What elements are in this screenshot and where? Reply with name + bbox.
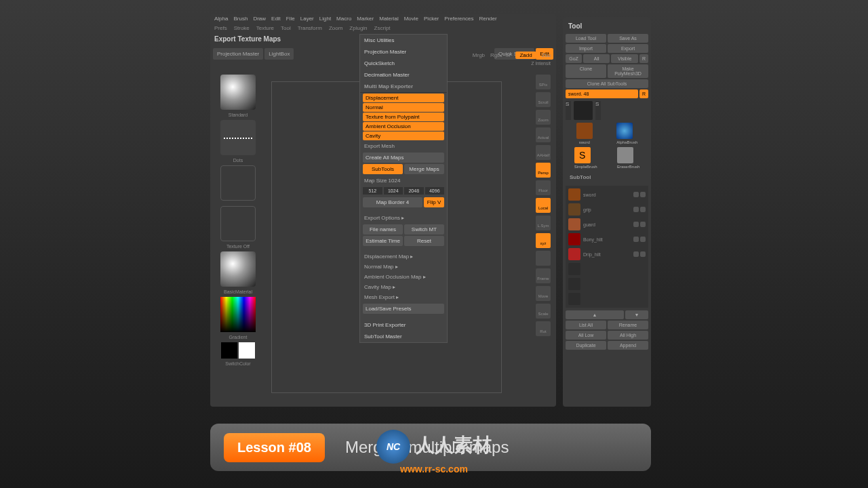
texture-polypaint-toggle[interactable]: Texture from Polypaint xyxy=(363,113,444,121)
subtool-vis-icon[interactable] xyxy=(633,222,639,227)
clone-button[interactable]: Clone xyxy=(566,64,606,78)
goz-r-button[interactable]: R xyxy=(639,54,648,63)
decimation-master-item[interactable]: Decimation Master xyxy=(360,69,447,81)
submenu-item[interactable]: Tool xyxy=(281,25,291,31)
subtool-eye-icon[interactable] xyxy=(640,222,646,227)
menu-item[interactable]: Edit xyxy=(271,16,281,22)
submenu-zplugin[interactable]: Zplugin xyxy=(349,25,367,31)
reset-button[interactable]: Reset xyxy=(404,236,444,246)
ao-toggle[interactable]: Ambient Occlusion xyxy=(363,122,444,131)
zadd-toggle[interactable]: Zadd xyxy=(515,52,536,59)
list-all-button[interactable]: List All xyxy=(566,321,606,329)
scale-icon[interactable]: Scale xyxy=(536,304,551,319)
actual-icon[interactable]: Actual xyxy=(536,127,551,142)
import-button[interactable]: Import xyxy=(566,44,606,53)
xyz-icon[interactable]: xyz xyxy=(536,233,551,248)
tool-item-alphabrush-icon[interactable] xyxy=(616,123,633,139)
projection-master-button[interactable]: Projection Master xyxy=(213,48,263,60)
subtool-vis-icon[interactable] xyxy=(633,237,639,242)
size-512[interactable]: 512 xyxy=(363,187,382,195)
normal-map-section[interactable]: Normal Map ▸ xyxy=(360,262,447,272)
local-icon[interactable]: Local xyxy=(536,198,551,213)
spix-icon[interactable]: SPix xyxy=(536,75,551,89)
duplicate-button[interactable]: Duplicate xyxy=(566,341,606,350)
displacement-toggle[interactable]: Displacement xyxy=(363,94,444,102)
subtool-master[interactable]: SubTool Master xyxy=(360,331,447,342)
tool-name-field[interactable]: sword. 48 xyxy=(566,89,638,98)
all-low-button[interactable]: All Low xyxy=(566,331,606,340)
tool-slider-s2[interactable]: S xyxy=(595,101,601,120)
arrow-up-button[interactable]: ▲ xyxy=(566,310,624,319)
flipv-toggle[interactable]: Flip V xyxy=(424,197,444,207)
zoom-icon[interactable]: Zoom xyxy=(536,110,551,125)
switchmt-button[interactable]: Switch MT xyxy=(404,224,444,235)
swatch-white[interactable] xyxy=(239,342,255,359)
map-border-slider[interactable]: Map Border 4 xyxy=(363,197,422,207)
color-picker[interactable] xyxy=(220,297,256,332)
size-4096[interactable]: 4096 xyxy=(425,187,445,195)
menu-item[interactable]: Marker xyxy=(357,16,374,22)
frame-icon[interactable]: Frame xyxy=(536,268,551,283)
subtool-vis-icon[interactable] xyxy=(633,192,639,197)
subtool-eye-icon[interactable] xyxy=(640,251,646,257)
rename-button[interactable]: Rename xyxy=(608,321,648,329)
subtool-row[interactable]: grip xyxy=(567,202,647,217)
stroke-thumb[interactable] xyxy=(220,120,256,155)
export-button[interactable]: Export xyxy=(608,44,648,53)
menu-item[interactable]: Draw xyxy=(253,16,266,22)
submenu-item[interactable]: Zoom xyxy=(329,25,342,31)
texture-thumb[interactable] xyxy=(220,206,256,241)
submenu-item[interactable]: Stroke xyxy=(234,25,250,31)
mapsize-label[interactable]: Map Size 1024 xyxy=(360,176,447,186)
tool-slider-s1[interactable]: S xyxy=(566,101,571,120)
all-high-button[interactable]: All High xyxy=(608,331,648,340)
normal-toggle[interactable]: Normal xyxy=(363,103,444,112)
menu-item[interactable]: Render xyxy=(479,16,496,22)
zsub-toggle[interactable]: Zsu xyxy=(542,52,551,58)
subtool-eye-icon[interactable] xyxy=(640,192,646,197)
tool-item-sword-icon[interactable] xyxy=(576,123,593,139)
menu-item[interactable]: Material xyxy=(379,16,398,22)
swatch-black[interactable] xyxy=(221,342,237,359)
menu-item[interactable]: Layer xyxy=(300,16,314,22)
lsym-icon[interactable]: L.Sym xyxy=(536,216,551,230)
subtool-row-empty[interactable] xyxy=(567,262,647,277)
menu-item[interactable]: Brush xyxy=(233,16,248,22)
load-save-presets-button[interactable]: Load/Save Presets xyxy=(363,304,444,314)
cavity-map-section[interactable]: Cavity Map ▸ xyxy=(360,282,447,292)
displacement-map-section[interactable]: Displacement Map ▸ xyxy=(360,251,447,262)
load-tool-button[interactable]: Load Tool xyxy=(566,34,606,43)
make-polymesh-button[interactable]: Make PolyMesh3D xyxy=(608,64,648,78)
aahalf-icon[interactable]: AAHalf xyxy=(536,145,551,160)
goz-all-button[interactable]: All xyxy=(583,54,610,63)
size-2048[interactable]: 2048 xyxy=(404,187,424,195)
clone-all-subtools-button[interactable]: Clone All SubTools xyxy=(566,79,648,88)
alpha-thumb[interactable] xyxy=(220,165,256,201)
append-button[interactable]: Append xyxy=(608,341,648,350)
menu-item[interactable]: Alpha xyxy=(214,16,228,22)
merge-maps-toggle[interactable]: Merge Maps xyxy=(404,164,444,174)
material-thumb[interactable] xyxy=(220,251,256,287)
tool-r-button[interactable]: R xyxy=(639,89,648,98)
tool-item-eraserbrush-icon[interactable] xyxy=(617,147,633,163)
submenu-item[interactable]: Prefs xyxy=(214,25,227,31)
subtool-eye-icon[interactable] xyxy=(640,237,646,242)
subtool-row[interactable]: Bony_hilt xyxy=(567,232,647,247)
blank-icon[interactable] xyxy=(536,251,551,266)
misc-utilities[interactable]: Misc Utilities xyxy=(360,35,447,46)
rotate-icon[interactable]: Rot xyxy=(536,321,551,336)
menu-item[interactable]: Macro xyxy=(336,16,351,22)
subtool-row-empty[interactable] xyxy=(567,291,647,306)
m-toggle[interactable]: M xyxy=(506,52,511,58)
ao-map-section[interactable]: Ambient Occlusion Map ▸ xyxy=(360,272,447,282)
cavity-toggle[interactable]: Cavity xyxy=(363,131,444,140)
quicksketch-item[interactable]: QuickSketch xyxy=(360,58,447,69)
submenu-item[interactable]: Texture xyxy=(256,25,274,31)
submenu-item[interactable]: Transform xyxy=(298,25,322,31)
tool-item-simplebrush-icon[interactable]: S xyxy=(574,147,591,163)
floor-icon[interactable]: Floor xyxy=(536,180,551,195)
scroll-icon[interactable]: Scroll xyxy=(536,92,551,107)
tool-preview[interactable] xyxy=(574,101,593,120)
size-1024[interactable]: 1024 xyxy=(384,187,403,195)
estimate-time-button[interactable]: Estimate Time xyxy=(363,236,403,246)
